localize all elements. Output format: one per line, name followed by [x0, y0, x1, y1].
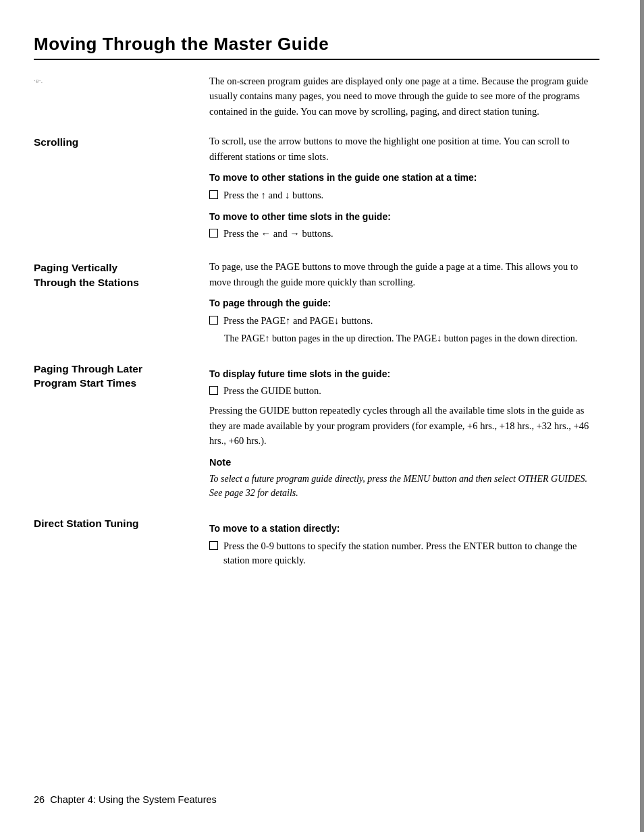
intro-decoration: ·e·. [34, 74, 209, 119]
scrolling-bullet2: Press the ← and → buttons. [209, 227, 599, 242]
direct-station-bullet1: Press the 0-9 buttons to specify the sta… [209, 539, 599, 569]
paging-later-note: Note To select a future program guide di… [209, 455, 599, 499]
scrolling-sub1: To move to other stations in the guide o… [209, 171, 599, 202]
section-body-paging-vertically: To page, use the PAGE buttons to move th… [209, 259, 599, 345]
chapter-text: Chapter 4: Using the System Features [50, 794, 217, 805]
scrolling-bullet1: Press the ↑ and ↓ buttons. [209, 188, 599, 203]
paging-later-bullet1: Press the GUIDE button. [209, 384, 599, 399]
section-body-scrolling: To scroll, use the arrow buttons to move… [209, 134, 599, 244]
paging-later-paragraph: Pressing the GUIDE button repeatedly cyc… [209, 403, 599, 448]
note-text: To select a future program guide directl… [209, 472, 599, 500]
scrolling-sub2: To move to other time slots in the guide… [209, 210, 599, 242]
scrolling-sub2-heading: To move to other time slots in the guide… [209, 210, 599, 225]
paging-vertically-bullet1: Press the PAGE↑ and PAGE↓ buttons. [209, 314, 599, 329]
direct-station-sub1-heading: To move to a station directly: [209, 522, 599, 536]
section-body-paging-later: To display future time slots in the guid… [209, 360, 599, 500]
paging-later-sub1-heading: To display future time slots in the guid… [209, 367, 599, 382]
checkbox-icon [209, 541, 218, 550]
note-title: Note [209, 455, 599, 470]
section-label-scrolling: Scrolling [34, 134, 209, 244]
checkbox-icon [209, 316, 218, 325]
paging-later-sub1: To display future time slots in the guid… [209, 367, 599, 399]
paging-vertically-sub-note: The PAGE↑ button pages in the up directi… [224, 331, 599, 345]
checkbox-icon [209, 229, 218, 238]
intro-text: The on-screen program guides are display… [209, 74, 599, 119]
scrolling-bullet1-text: Press the ↑ and ↓ buttons. [223, 188, 599, 203]
page-footer: 26 Chapter 4: Using the System Features [34, 794, 217, 805]
content-area: ·e·. The on-screen program guides are di… [34, 74, 599, 586]
page-title: Moving Through the Master Guide [34, 34, 599, 55]
paging-vertically-bullet1-text: Press the PAGE↑ and PAGE↓ buttons. [223, 314, 599, 329]
page-number: 26 [34, 794, 45, 805]
paging-vertically-intro: To page, use the PAGE buttons to move th… [209, 259, 599, 289]
paging-vertically-sub1-heading: To page through the guide: [209, 296, 599, 311]
section-body-direct-station: To move to a station directly: Press the… [209, 515, 599, 571]
paging-vertically-sub1: To page through the guide: Press the PAG… [209, 296, 599, 345]
section-label-direct-station: Direct Station Tuning [34, 515, 209, 571]
intro-row: ·e·. The on-screen program guides are di… [34, 74, 599, 119]
section-paging-later: Paging Through LaterProgram Start Times … [34, 360, 599, 500]
scrolling-sub1-heading: To move to other stations in the guide o… [209, 171, 599, 186]
section-paging-vertically: Paging VerticallyThrough the Stations To… [34, 259, 599, 345]
section-label-paging-vertically: Paging VerticallyThrough the Stations [34, 259, 209, 345]
scrolling-intro: To scroll, use the arrow buttons to move… [209, 134, 599, 164]
direct-station-sub1: To move to a station directly: Press the… [209, 522, 599, 568]
direct-station-bullet1-text: Press the 0-9 buttons to specify the sta… [223, 539, 599, 569]
checkbox-icon [209, 386, 218, 395]
section-label-paging-later: Paging Through LaterProgram Start Times [34, 360, 209, 500]
section-scrolling: Scrolling To scroll, use the arrow butto… [34, 134, 599, 244]
page-container: Moving Through the Master Guide ·e·. The… [0, 0, 644, 832]
title-rule [34, 59, 599, 60]
paging-later-bullet1-text: Press the GUIDE button. [223, 384, 599, 399]
scrolling-bullet2-text: Press the ← and → buttons. [223, 227, 599, 242]
checkbox-icon [209, 190, 218, 199]
section-direct-station: Direct Station Tuning To move to a stati… [34, 515, 599, 571]
